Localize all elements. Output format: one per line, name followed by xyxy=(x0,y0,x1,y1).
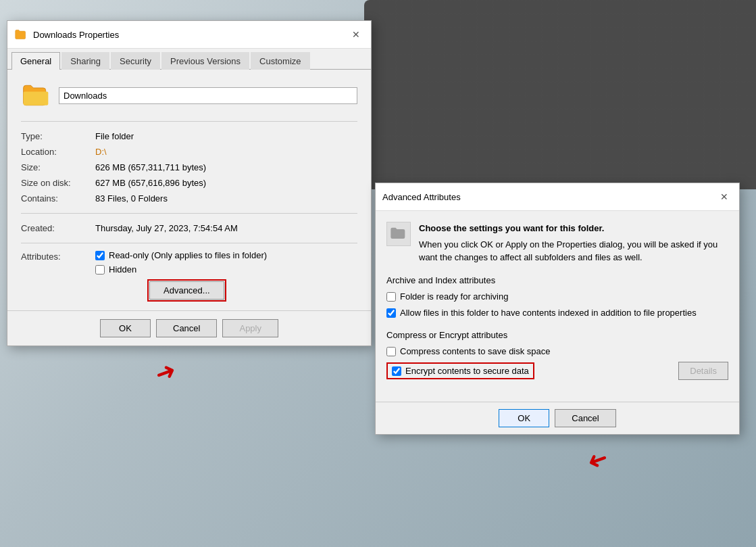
prop-contains-row: Contains: 83 Files, 0 Folders xyxy=(21,191,357,206)
tab-security[interactable]: Security xyxy=(111,52,160,70)
readonly-checkbox[interactable] xyxy=(95,251,105,260)
folder-name-row xyxy=(21,80,357,110)
apply-button[interactable]: Apply xyxy=(222,319,278,337)
advanced-footer: OK Cancel xyxy=(376,402,739,434)
type-label: Type: xyxy=(21,128,95,144)
attributes-row: Attributes: Read-only (Only applies to f… xyxy=(21,250,357,300)
tab-sharing[interactable]: Sharing xyxy=(61,52,109,70)
downloads-properties-dialog: Downloads Properties ✕ General Sharing S… xyxy=(7,20,372,346)
folder-icon-large xyxy=(21,80,51,110)
properties-table: Type: File folder Location: D:\ Size: 62… xyxy=(21,128,357,206)
archive-label-2: Allow files in this folder to have conte… xyxy=(400,307,697,319)
hidden-label: Hidden xyxy=(109,264,136,275)
downloads-close-button[interactable]: ✕ xyxy=(348,26,364,43)
hidden-check-row: Hidden xyxy=(95,264,357,275)
attributes-label: Attributes: xyxy=(21,250,95,262)
advanced-close-button[interactable]: ✕ xyxy=(716,189,732,205)
folder-name-input[interactable] xyxy=(59,87,357,104)
details-button[interactable]: Details xyxy=(678,362,728,380)
location-label: Location: xyxy=(21,144,95,160)
created-table: Created: Thursday, July 27, 2023, 7:54:5… xyxy=(21,220,357,236)
created-label: Created: xyxy=(21,220,95,236)
size-label: Size: xyxy=(21,160,95,175)
adv-desc-row: Choose the settings you want for this fo… xyxy=(386,222,728,264)
prop-type-row: Type: File folder xyxy=(21,128,357,144)
tab-previous-versions[interactable]: Previous Versions xyxy=(161,52,249,70)
adv-cancel-button[interactable]: Cancel xyxy=(555,409,615,427)
archive-check1-row: Folder is ready for archiving xyxy=(386,291,728,303)
divider-3 xyxy=(21,243,357,243)
tab-customize[interactable]: Customize xyxy=(251,52,309,70)
hidden-checkbox[interactable] xyxy=(95,265,105,275)
downloads-body: Type: File folder Location: D:\ Size: 62… xyxy=(7,70,371,310)
attributes-controls: Read-only (Only applies to files in fold… xyxy=(95,250,357,300)
keyboard-bg xyxy=(364,0,756,189)
created-value: Thursday, July 27, 2023, 7:54:54 AM xyxy=(95,220,357,236)
advanced-button[interactable]: Advanced... xyxy=(149,281,224,300)
prop-size-disk-row: Size on disk: 627 MB (657,616,896 bytes) xyxy=(21,175,357,191)
archive-label-1: Folder is ready for archiving xyxy=(400,291,508,303)
compress-checkbox[interactable] xyxy=(386,347,396,356)
adv-folder-icon xyxy=(386,222,411,246)
compress-section-header: Compress or Encrypt attributes xyxy=(386,330,728,340)
contains-label: Contains: xyxy=(21,191,95,206)
size-value: 626 MB (657,311,711 bytes) xyxy=(95,160,357,175)
downloads-titlebar: Downloads Properties ✕ xyxy=(7,21,371,49)
svg-rect-0 xyxy=(24,92,49,105)
advanced-dialog-title: Advanced Attributes xyxy=(382,192,716,202)
adv-description: Choose the settings you want for this fo… xyxy=(419,222,728,264)
advanced-attributes-dialog: Advanced Attributes ✕ Choose the setting… xyxy=(375,183,740,435)
location-value: D:\ xyxy=(95,144,357,160)
downloads-tabs: General Sharing Security Previous Versio… xyxy=(7,49,371,70)
divider-2 xyxy=(21,213,357,214)
compress-check-row: Compress contents to save disk space xyxy=(386,346,728,358)
adv-ok-button[interactable]: OK xyxy=(499,409,549,427)
size-disk-label: Size on disk: xyxy=(21,175,95,191)
encrypt-label-wrap: Encrypt contents to secure data xyxy=(386,362,534,379)
archive-checkbox-1[interactable] xyxy=(386,292,396,302)
type-value: File folder xyxy=(95,128,357,144)
divider-1 xyxy=(21,121,357,122)
encrypt-checkbox[interactable] xyxy=(392,366,401,376)
titlebar-folder-icon xyxy=(14,28,28,41)
contains-value: 83 Files, 0 Folders xyxy=(95,191,357,206)
archive-checkbox-2[interactable] xyxy=(386,308,396,318)
cancel-button[interactable]: Cancel xyxy=(156,319,217,337)
compress-check-group: Compress contents to save disk space Enc… xyxy=(386,346,728,380)
downloads-footer: OK Cancel Apply xyxy=(7,310,371,346)
tab-general[interactable]: General xyxy=(11,52,60,70)
prop-location-row: Location: D:\ xyxy=(21,144,357,160)
readonly-label: Read-only (Only applies to files in fold… xyxy=(109,250,267,260)
ok-button[interactable]: OK xyxy=(100,319,151,337)
readonly-check-row: Read-only (Only applies to files in fold… xyxy=(95,250,357,260)
size-disk-value: 627 MB (657,616,896 bytes) xyxy=(95,175,357,191)
archive-check2-row: Allow files in this folder to have conte… xyxy=(386,307,728,319)
prop-created-row: Created: Thursday, July 27, 2023, 7:54:5… xyxy=(21,220,357,236)
compress-label: Compress contents to save disk space xyxy=(400,346,551,358)
desc-line2: When you click OK or Apply on the Proper… xyxy=(419,238,728,264)
desc-line1: Choose the settings you want for this fo… xyxy=(419,223,604,233)
encrypt-row: Encrypt contents to secure data Details xyxy=(386,362,728,380)
archive-section-header: Archive and Index attributes xyxy=(386,275,728,285)
archive-check-group: Folder is ready for archiving Allow file… xyxy=(386,291,728,319)
advanced-body: Choose the settings you want for this fo… xyxy=(376,211,739,402)
encrypt-label: Encrypt contents to secure data xyxy=(405,366,529,376)
advanced-titlebar: Advanced Attributes ✕ xyxy=(376,183,739,211)
prop-size-row: Size: 626 MB (657,311,711 bytes) xyxy=(21,160,357,175)
downloads-dialog-title: Downloads Properties xyxy=(33,30,348,40)
